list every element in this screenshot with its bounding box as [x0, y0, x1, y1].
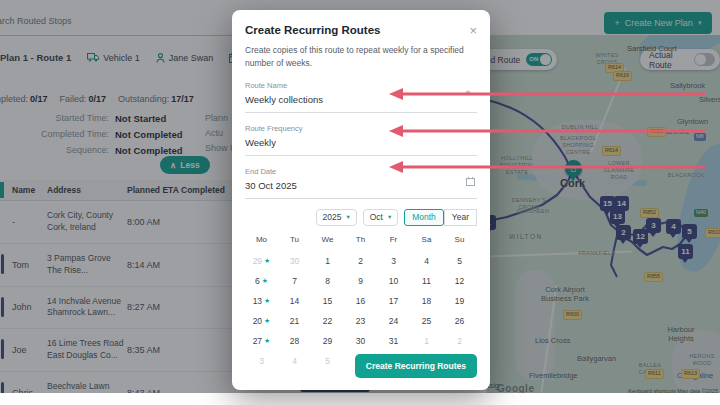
- calendar-day[interactable]: 8: [311, 271, 344, 291]
- calendar-day[interactable]: 29: [311, 331, 344, 351]
- month-tab[interactable]: Month: [404, 209, 444, 226]
- route-name-field[interactable]: Route Name Weekly collections: [245, 81, 477, 113]
- calendar-day[interactable]: 10: [377, 271, 410, 291]
- chevron-down-icon: ▾: [388, 213, 391, 221]
- calendar-day[interactable]: 17: [377, 291, 410, 311]
- calendar-day[interactable]: 16: [344, 291, 377, 311]
- calendar-day[interactable]: 21: [278, 311, 311, 331]
- route-name-label: Route Name: [245, 81, 477, 90]
- calendar-day[interactable]: 4: [278, 351, 311, 371]
- calendar-day[interactable]: 12: [443, 271, 476, 291]
- calendar-day[interactable]: 2: [443, 331, 476, 351]
- calendar-day[interactable]: 5: [443, 251, 476, 271]
- calendar-day[interactable]: 1: [410, 331, 443, 351]
- calendar-day[interactable]: 6★: [245, 271, 278, 291]
- calendar-day[interactable]: 1: [311, 251, 344, 271]
- close-icon[interactable]: ×: [469, 24, 477, 37]
- year-select[interactable]: 2025 ▾: [316, 209, 357, 226]
- calendar-icon[interactable]: [466, 172, 475, 190]
- calendar-day[interactable]: 14: [278, 291, 311, 311]
- calendar-day[interactable]: 30: [278, 251, 311, 271]
- end-date-label: End Date: [245, 167, 477, 176]
- calendar-day[interactable]: 28: [278, 331, 311, 351]
- calendar-day[interactable]: 13★: [245, 291, 278, 311]
- modal-title: Create Recurring Routes: [245, 24, 380, 36]
- route-frequency-value[interactable]: Weekly: [245, 137, 477, 148]
- calendar-weekday-header: MoTuWeThFrSaSu: [245, 235, 477, 251]
- calendar: MoTuWeThFrSaSu 29★ 30 1 2 3 4 5 6★ 7 8 9…: [245, 235, 477, 371]
- create-recurring-routes-button[interactable]: Create Recurring Routes: [355, 354, 477, 378]
- route-name-value[interactable]: Weekly collections: [245, 94, 477, 105]
- end-date-field[interactable]: End Date 30 Oct 2025: [245, 167, 477, 199]
- calendar-day[interactable]: 18: [410, 291, 443, 311]
- calendar-day[interactable]: 31: [377, 331, 410, 351]
- calendar-day[interactable]: 9: [344, 271, 377, 291]
- calendar-day[interactable]: 29★: [245, 251, 278, 271]
- calendar-day[interactable]: 15: [311, 291, 344, 311]
- calendar-day[interactable]: 22: [311, 311, 344, 331]
- calendar-day[interactable]: 3: [377, 251, 410, 271]
- calendar-day[interactable]: 26: [443, 311, 476, 331]
- date-picker-controls: 2025 ▾ Oct ▾ Month Year: [245, 209, 477, 226]
- calendar-day[interactable]: 3: [245, 351, 278, 371]
- calendar-day[interactable]: 2: [344, 251, 377, 271]
- screen: Search Routed Stops Plan 1 - Route 1 Veh…: [0, 0, 720, 405]
- bottom-margin: [0, 393, 720, 405]
- chevron-down-icon: ▾: [346, 213, 349, 221]
- calendar-day[interactable]: 30: [344, 331, 377, 351]
- year-select-value: 2025: [323, 212, 342, 222]
- calendar-day[interactable]: 27★: [245, 331, 278, 351]
- modal-description: Create copies of this route to repeat we…: [245, 44, 470, 70]
- create-recurring-routes-modal: Create Recurring Routes × Create copies …: [232, 10, 490, 390]
- end-date-value[interactable]: 30 Oct 2025: [245, 180, 477, 191]
- calendar-day[interactable]: 20★: [245, 311, 278, 331]
- month-select[interactable]: Oct ▾: [363, 209, 399, 226]
- calendar-day[interactable]: 7: [278, 271, 311, 291]
- year-tab[interactable]: Year: [444, 209, 477, 226]
- calendar-day[interactable]: 4: [410, 251, 443, 271]
- route-frequency-label: Route Frequency: [245, 124, 477, 133]
- calendar-day[interactable]: 11: [410, 271, 443, 291]
- calendar-day[interactable]: 25: [410, 311, 443, 331]
- calendar-day[interactable]: 23: [344, 311, 377, 331]
- month-select-value: Oct: [370, 212, 383, 222]
- calendar-day[interactable]: 5: [311, 351, 344, 371]
- calendar-day[interactable]: 19: [443, 291, 476, 311]
- calendar-day[interactable]: 24: [377, 311, 410, 331]
- route-frequency-field[interactable]: Route Frequency Weekly: [245, 124, 477, 156]
- view-mode-segment: Month Year: [404, 209, 477, 226]
